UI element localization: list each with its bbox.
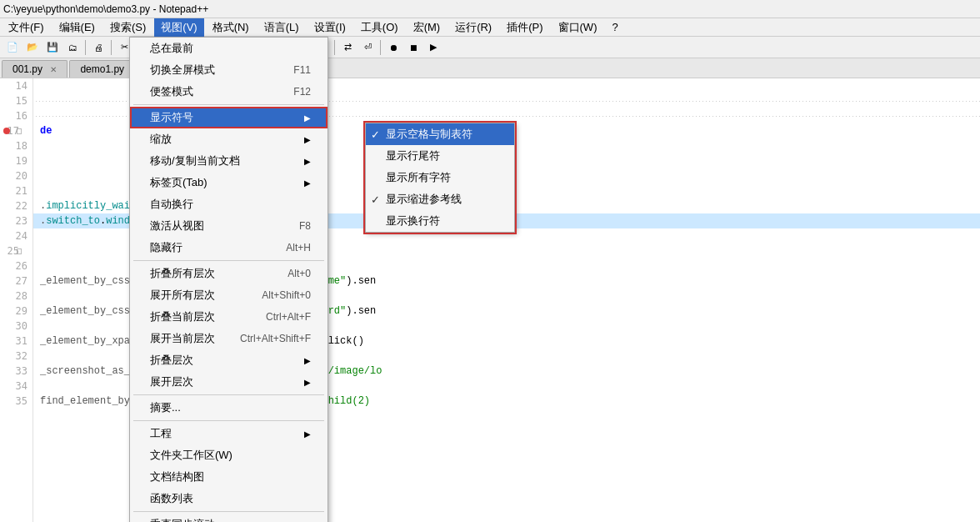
submenu-show-spaces[interactable]: 显示空格与制表符 [366,123,514,145]
submenu-show-indent[interactable]: 显示缩进参考线 [366,188,514,210]
menu-fold-level[interactable]: 折叠层次 ▶ [130,349,328,371]
menu-move-copy[interactable]: 移动/复制当前文档 ▶ [130,150,328,172]
menu-show-symbols[interactable]: 显示符号 ▶ [130,107,328,128]
menu-zoom[interactable]: 缩放 ▶ [130,128,328,150]
menu-folder-workspace[interactable]: 文件夹工作区(W) [130,444,328,466]
menu-fold-all[interactable]: 折叠所有层次 Alt+0 [130,263,328,284]
menu-unfold-all[interactable]: 展开所有层次 Alt+Shift+0 [130,284,328,306]
menu-sync-vertical[interactable]: 垂直同步滚动 [130,514,328,522]
view-sep2 [133,260,324,261]
menu-fullscreen[interactable]: 切换全屏模式 F11 [130,59,328,81]
menu-notepad-mode[interactable]: 便签模式 F12 [130,81,328,103]
menu-always-on-top[interactable]: 总在最前 [130,38,328,59]
show-symbols-submenu[interactable]: 显示空格与制表符 显示行尾符 显示所有字符 显示缩进参考线 显示换行符 [365,123,515,233]
menu-unfold-level[interactable]: 展开层次 ▶ [130,371,328,393]
view-menu-dropdown[interactable]: 总在最前 切换全屏模式 F11 便签模式 F12 显示符号 ▶ 缩放 ▶ 移动/… [129,37,328,522]
menu-doc-map[interactable]: 文档结构图 [130,466,328,488]
menu-project[interactable]: 工程 ▶ [130,423,328,444]
view-sep3 [133,394,324,395]
menu-summary[interactable]: 摘要... [130,397,328,419]
menu-word-wrap[interactable]: 自动换行 [130,193,328,215]
submenu-show-wrap[interactable]: 显示换行符 [366,210,514,232]
menu-unfold-current[interactable]: 展开当前层次 Ctrl+Alt+Shift+F [130,328,328,349]
view-sep1 [133,104,324,105]
dropdown-overlay: 总在最前 切换全屏模式 F11 便签模式 F12 显示符号 ▶ 缩放 ▶ 移动/… [0,0,980,522]
submenu-show-eol[interactable]: 显示行尾符 [366,145,514,167]
menu-fold-current[interactable]: 折叠当前层次 Ctrl+Alt+F [130,306,328,328]
menu-activate-view[interactable]: 激活从视图 F8 [130,215,328,237]
view-sep5 [133,511,324,512]
menu-function-list[interactable]: 函数列表 [130,488,328,509]
menu-tab[interactable]: 标签页(Tab) ▶ [130,172,328,193]
view-sep4 [133,420,324,421]
menu-hide-lines[interactable]: 隐藏行 Alt+H [130,237,328,258]
submenu-show-all[interactable]: 显示所有字符 [366,167,514,188]
